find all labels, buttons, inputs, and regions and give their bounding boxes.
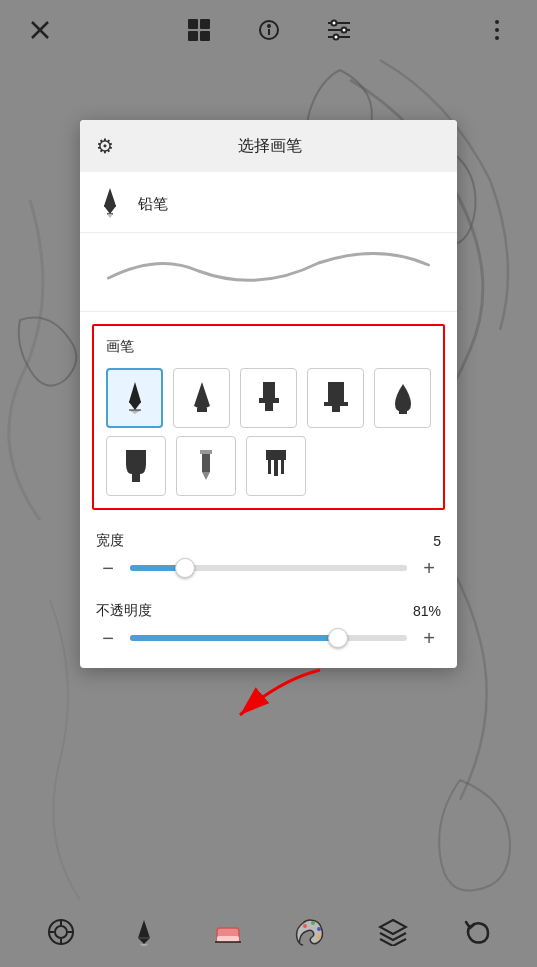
filter-icon-button[interactable] <box>319 10 359 50</box>
svg-rect-30 <box>259 398 279 403</box>
opacity-slider-row: − + <box>96 628 441 648</box>
brush-picker-panel: ⚙ 选择画笔 铅笔 画笔 <box>80 120 457 668</box>
svg-marker-27 <box>194 382 210 410</box>
opacity-slider-thumb[interactable] <box>328 628 348 648</box>
pencil-tool-button[interactable] <box>122 910 166 954</box>
svg-rect-28 <box>197 408 207 412</box>
svg-rect-56 <box>217 936 239 942</box>
svg-point-61 <box>317 935 321 939</box>
svg-marker-25 <box>129 410 141 414</box>
svg-rect-37 <box>132 476 140 482</box>
svg-point-58 <box>303 924 307 928</box>
svg-point-14 <box>341 28 346 33</box>
svg-point-18 <box>495 36 499 40</box>
opacity-value: 81% <box>413 603 441 619</box>
svg-marker-23 <box>129 382 141 410</box>
width-label: 宽度 <box>96 532 124 550</box>
top-toolbar <box>0 0 537 60</box>
stroke-preview <box>80 233 457 312</box>
width-value: 5 <box>433 533 441 549</box>
svg-rect-33 <box>324 402 348 406</box>
svg-point-47 <box>55 926 67 938</box>
svg-marker-19 <box>104 188 116 214</box>
svg-rect-35 <box>399 410 407 414</box>
svg-point-9 <box>268 25 270 27</box>
width-slider-track[interactable] <box>130 565 407 571</box>
center-toolbar-icons <box>179 10 359 50</box>
panel-header: ⚙ 选择画笔 <box>80 120 457 172</box>
svg-rect-6 <box>200 31 210 41</box>
width-slider-thumb[interactable] <box>175 558 195 578</box>
brush-item-drop[interactable] <box>374 368 431 428</box>
svg-rect-43 <box>274 460 278 476</box>
svg-rect-34 <box>332 406 340 412</box>
width-slider-header: 宽度 5 <box>96 532 441 550</box>
opacity-decrease-button[interactable]: − <box>96 628 120 648</box>
pencil-preview-icon <box>96 186 124 222</box>
svg-rect-29 <box>263 382 275 398</box>
width-decrease-button[interactable]: − <box>96 558 120 578</box>
info-icon-button[interactable] <box>249 10 289 50</box>
svg-marker-22 <box>107 214 113 218</box>
svg-point-16 <box>495 20 499 24</box>
brush-item-comb[interactable] <box>246 436 306 496</box>
opacity-slider-fill <box>130 635 338 641</box>
svg-rect-4 <box>200 19 210 29</box>
opacity-label: 不透明度 <box>96 602 152 620</box>
brush-item-pencil2[interactable] <box>176 436 236 496</box>
brush-grid <box>106 368 431 496</box>
svg-rect-5 <box>188 31 198 41</box>
brush-type-section: 画笔 <box>92 324 445 510</box>
svg-rect-40 <box>200 450 212 454</box>
opacity-slider-section: 不透明度 81% − + <box>80 592 457 648</box>
width-slider-section: 宽度 5 − + <box>80 522 457 578</box>
brush-item-arch[interactable] <box>106 436 166 496</box>
undo-button[interactable] <box>454 910 498 954</box>
layers-button[interactable] <box>39 910 83 954</box>
svg-point-60 <box>317 927 321 931</box>
svg-rect-44 <box>281 460 284 474</box>
palette-button[interactable] <box>288 910 332 954</box>
bottom-toolbar <box>0 897 537 967</box>
svg-marker-54 <box>140 944 148 946</box>
svg-marker-62 <box>380 920 406 934</box>
svg-rect-42 <box>268 460 271 474</box>
svg-rect-31 <box>265 403 273 411</box>
close-button[interactable] <box>20 10 60 50</box>
width-slider-row: − + <box>96 558 441 578</box>
opacity-slider-header: 不透明度 81% <box>96 602 441 620</box>
more-options-button[interactable] <box>477 10 517 50</box>
svg-rect-41 <box>266 450 286 460</box>
brush-item-stamp[interactable] <box>240 368 297 428</box>
opacity-slider-track[interactable] <box>130 635 407 641</box>
svg-marker-39 <box>202 472 210 480</box>
svg-rect-32 <box>328 382 344 402</box>
layers-stack-button[interactable] <box>371 910 415 954</box>
panel-title: 选择画笔 <box>126 136 413 157</box>
grid-icon-button[interactable] <box>179 10 219 50</box>
svg-marker-52 <box>138 920 150 944</box>
brush-row-1 <box>106 368 431 428</box>
settings-icon[interactable]: ⚙ <box>96 134 114 158</box>
brush-row-2 <box>106 436 431 496</box>
current-brush-name: 铅笔 <box>138 195 168 214</box>
width-increase-button[interactable]: + <box>417 558 441 578</box>
brush-section-title: 画笔 <box>106 338 431 356</box>
opacity-increase-button[interactable]: + <box>417 628 441 648</box>
eraser-button[interactable] <box>205 910 249 954</box>
brush-item-flat[interactable] <box>307 368 364 428</box>
svg-rect-3 <box>188 19 198 29</box>
brush-item-marker[interactable] <box>173 368 230 428</box>
svg-point-59 <box>311 921 315 925</box>
svg-rect-36 <box>126 450 146 464</box>
svg-point-15 <box>333 35 338 40</box>
brush-item-pencil[interactable] <box>106 368 163 428</box>
svg-point-13 <box>331 21 336 26</box>
svg-point-17 <box>495 28 499 32</box>
current-brush-row: 铅笔 <box>80 172 457 233</box>
